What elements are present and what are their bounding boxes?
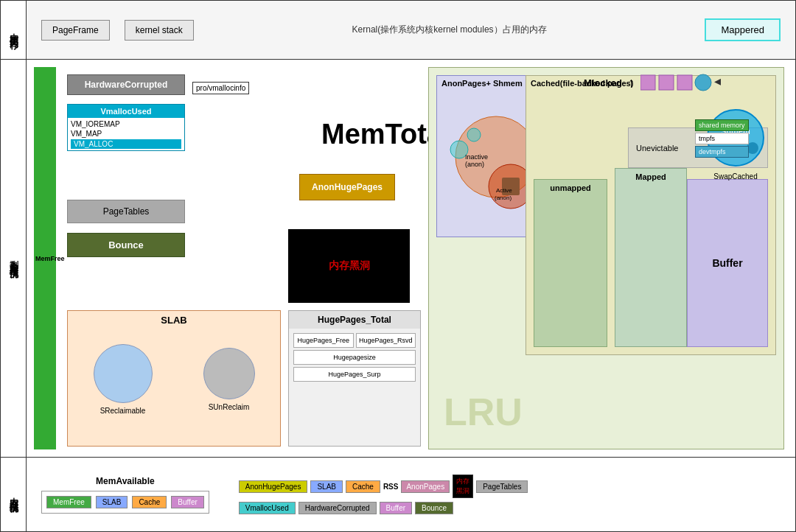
sunreclaim-circle [203, 348, 255, 399]
memavailable-group: MemAvailable MemFree SLAB Cache Buffer [41, 476, 209, 514]
svg-point-13 [695, 74, 711, 91]
hugepages-free-item: HugePages_Free [293, 333, 354, 348]
svg-rect-10 [640, 75, 655, 90]
hugepagesize-item: Hugepagesize [293, 350, 416, 365]
b-buffer2: Buffer [380, 502, 413, 514]
kernel-center-label: Kernal(操作系统内核kernel modules）占用的内存 [209, 24, 691, 36]
memory-hole-text: 内存黑洞 [329, 259, 370, 273]
b-pagetables: PageTables [476, 480, 528, 493]
bottom-memfree: MemFree [46, 496, 91, 508]
sunreclaim-label: SUnReclaim [209, 403, 250, 411]
buffer-label: Buffer [712, 257, 742, 269]
slab-circles: SReclaimable SUnReclaim [68, 344, 280, 415]
pageframe-box: PageFrame [41, 20, 110, 41]
page-tables-box: PageTables [67, 200, 185, 223]
sreclaimable-label: SReclaimable [100, 407, 146, 415]
hugepages-grid: HugePages_Free HugePages_Rsvd Hugepagesi… [289, 329, 420, 386]
mlocked-area: Mlocked ↑ ◂ [584, 71, 729, 94]
b-anonhugepages: AnonHugePages [239, 480, 308, 493]
remaining-label: 剩余内存使用情况 [1, 60, 27, 457]
hw-corrupted-box: HardwareCorrupted [67, 74, 185, 95]
bounce-box: Bounce [67, 233, 185, 257]
b-vmallocused: VmallocUsed [239, 502, 296, 514]
svg-text:◂: ◂ [714, 74, 721, 88]
mapped-sub-box: Mapped [615, 168, 687, 347]
svg-text:(anon): (anon) [495, 195, 512, 201]
b-rss-label: RSS [383, 483, 399, 491]
mapped-box: Mappered [705, 18, 781, 41]
kernel-label: 内核使用内存 [1, 1, 27, 59]
kernel-section: 内核使用内存 PageFrame kernel stack Kernal(操作系… [1, 1, 795, 60]
unmapped-box: unmapped [534, 179, 607, 347]
bottom-row2: VmallocUsed HardwareCorrupted Buffer Bou… [239, 502, 528, 514]
shared-memory-box: shared memory [695, 119, 749, 131]
sunreclaim-item: SUnReclaim [203, 348, 255, 411]
vm-alloc-item: VM_ALLOC [71, 139, 181, 149]
b-cache: Cache [346, 480, 380, 493]
vm-ioremap-item: VM_IOREMAP [71, 119, 181, 129]
kernel-content: PageFrame kernel stack Kernal(操作系统内核kern… [27, 1, 795, 59]
anon-huge-pages-center: AnonHugePages [299, 174, 395, 200]
memfree-bar: MemFree [34, 67, 56, 449]
b-inner-text: 内存 [456, 477, 469, 486]
kernel-stack-box: kernel stack [125, 20, 194, 41]
svg-text:(anon): (anon) [465, 161, 484, 168]
memavailable-title: MemAvailable [96, 476, 155, 486]
svg-rect-12 [677, 75, 692, 90]
middle-content: MemFree HardwareCorrupted pro/vmallocinf… [27, 60, 795, 457]
b-slab: SLAB [310, 480, 343, 493]
svg-point-3 [467, 128, 481, 141]
memfree-label: MemFree [35, 255, 65, 262]
svg-rect-11 [659, 75, 674, 90]
shmem-sub-boxes: shared memory tmpfs devtmpfs [695, 119, 749, 158]
sreclaimable-item: SReclaimable [94, 344, 153, 415]
hugepages-surp-item: HugePages_Surp [293, 367, 416, 382]
slab-title: SLAB [68, 311, 280, 329]
mlocked-label: Mlocked [584, 77, 622, 88]
hugepages-title: HugePages_Total [289, 311, 420, 329]
svg-text:Inactive: Inactive [465, 153, 488, 161]
mlocked-arrow: ↑ [628, 75, 635, 91]
bottom-buffer: Buffer [171, 496, 204, 508]
mlocked-shapes: ◂ [640, 71, 729, 94]
vm-map-item: VM_MAP [71, 129, 181, 139]
hugepages-box: HugePages_Total HugePages_Free HugePages… [288, 310, 421, 447]
lru-label: LRU [444, 390, 523, 434]
vmalloc-title: VmallocUsed [68, 105, 184, 118]
devtmpfs-box: devtmpfs [695, 146, 749, 158]
bottom-right-group: AnonHugePages SLAB Cache RSS AnonPages 内… [239, 475, 528, 514]
b-anonpages: AnonPages [401, 480, 450, 493]
vmalloc-items: VM_IOREMAP VM_MAP VM_ALLOC [68, 118, 184, 150]
bottom-section: 内存汇总情况 MemAvailable MemFree SLAB Cache B… [1, 458, 795, 531]
lru-area: LRU AnonPages+ Shmem [428, 67, 784, 449]
shmem-area: Shmem shared memory tmpfs devtmpfs SwapC… [691, 108, 780, 181]
bottom-cache: Cache [132, 496, 167, 508]
middle-section: 剩余内存使用情况 MemFree HardwareCorrupted pro/v… [1, 60, 795, 458]
bottom-slab: SLAB [96, 496, 128, 508]
hugepages-rsvd-item: HugePages_Rsvd [356, 333, 416, 348]
b-inner-text2: 黑洞 [456, 486, 469, 496]
b-hwcorrupted: HardwareCorrupted [298, 502, 377, 514]
b-bounce: Bounce [415, 502, 453, 514]
memavailable-boxes: MemFree SLAB Cache Buffer [41, 491, 209, 514]
main-container: 内核使用内存 PageFrame kernel stack Kernal(操作系… [0, 0, 796, 532]
b-inner-box: 内存 黑洞 [453, 475, 473, 498]
slab-box: SLAB SReclaimable SUnReclaim [67, 310, 281, 447]
bottom-content: MemAvailable MemFree SLAB Cache Buffer A… [27, 458, 795, 531]
svg-text:Active: Active [496, 187, 512, 194]
sreclaimable-circle [94, 344, 153, 403]
swap-cached-label: SwapCached [691, 172, 780, 181]
tmpfs-box: tmpfs [695, 133, 749, 144]
pro-vmalloc-label: pro/vmallocinfo [192, 82, 249, 94]
memory-hole-box: 内存黑洞 [288, 229, 410, 303]
vmalloc-used-box: VmallocUsed VM_IOREMAP VM_MAP VM_ALLOC [67, 104, 185, 151]
summary-label: 内存汇总情况 [1, 458, 27, 531]
bottom-row1: AnonHugePages SLAB Cache RSS AnonPages 内… [239, 475, 528, 498]
buffer-box: Buffer [687, 179, 768, 347]
